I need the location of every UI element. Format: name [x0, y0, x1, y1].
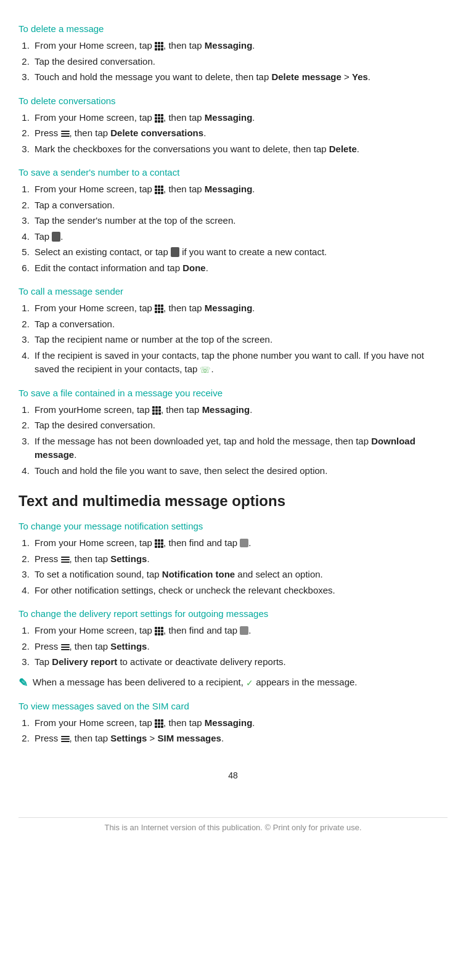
page-content: To delete a message From your Home scree…	[18, 23, 448, 832]
apps-icon	[155, 114, 163, 123]
step-2: Press , then tap Settings.	[32, 552, 448, 566]
apps-icon	[155, 186, 163, 194]
contact-icon	[52, 232, 60, 242]
section-notification-settings: To change your message notification sett…	[18, 521, 448, 597]
notice-delivery: ✎ When a message has been delivered to a…	[18, 676, 448, 690]
steps-delivery: From your Home screen, tap , then find a…	[32, 624, 448, 669]
steps-delete-conversations: From your Home screen, tap , then tap Me…	[32, 111, 448, 157]
steps-save-file: From yourHome screen, tap , then tap Mes…	[32, 403, 448, 478]
contact-icon-2	[171, 247, 179, 257]
section-save-file: To save a file contained in a message yo…	[18, 388, 448, 478]
footer-note: This is an Internet version of this publ…	[18, 817, 448, 832]
section-save-sender: To save a sender's number to a contact F…	[18, 167, 448, 275]
section-heading-save-file: To save a file contained in a message yo…	[18, 388, 448, 398]
section-delivery-report: To change the delivery report settings f…	[18, 608, 448, 690]
step-4: Tap .	[32, 230, 448, 244]
step-2: Press , then tap Settings > SIM messages…	[32, 732, 448, 746]
apps-icon	[155, 304, 163, 313]
step-3: Touch and hold the message you want to d…	[32, 70, 448, 84]
msg-app-icon	[240, 539, 248, 547]
step-1: From your Home screen, tap , then find a…	[32, 624, 448, 638]
step-1: From yourHome screen, tap , then tap Mes…	[32, 403, 448, 417]
section-sim-messages: To view messages saved on the SIM card F…	[18, 701, 448, 746]
menu-icon	[61, 131, 70, 137]
apps-icon	[152, 406, 161, 415]
step-2: Press , then tap Delete conversations.	[32, 126, 448, 141]
steps-call-sender: From your Home screen, tap , then tap Me…	[32, 301, 448, 377]
step-1: From your Home screen, tap , then tap Me…	[32, 716, 448, 730]
step-1: From your Home screen, tap , then tap Me…	[32, 301, 448, 316]
checkmark-icon: ✓	[246, 677, 253, 687]
step-3: Tap the sender's number at the top of th…	[32, 214, 448, 228]
section-delete-message: To delete a message From your Home scree…	[18, 23, 448, 84]
step-6: Edit the contact information and tap Don…	[32, 261, 448, 276]
step-1: From your Home screen, tap , then tap Me…	[32, 182, 448, 197]
apps-icon	[155, 719, 163, 728]
notice-icon: ✎	[18, 676, 28, 690]
step-3: Tap Delivery report to activate or deact…	[32, 655, 448, 669]
step-4: If the recipient is saved in your contac…	[32, 349, 448, 377]
step-3: To set a notification sound, tap Notific…	[32, 568, 448, 582]
page-number: 48	[18, 770, 448, 780]
step-3: Mark the checkboxes for the conversation…	[32, 142, 448, 157]
menu-icon-2	[61, 644, 70, 650]
step-2: Press , then tap Settings.	[32, 640, 448, 654]
step-2: Tap the desired conversation.	[32, 419, 448, 433]
apps-icon	[155, 627, 163, 635]
section-heading-notification: To change your message notification sett…	[18, 521, 448, 531]
section-call-sender: To call a message sender From your Home …	[18, 286, 448, 377]
step-1: From your Home screen, tap , then tap Me…	[32, 111, 448, 125]
steps-save-sender: From your Home screen, tap , then tap Me…	[32, 182, 448, 275]
step-1: From your Home screen, tap , then tap Me…	[32, 39, 448, 53]
section-heading-save-sender: To save a sender's number to a contact	[18, 167, 448, 178]
phone-icon: ☏	[200, 365, 211, 375]
step-4: Touch and hold the file you want to save…	[32, 464, 448, 478]
section-heading-delivery: To change the delivery report settings f…	[18, 608, 448, 619]
step-2: Tap the desired conversation.	[32, 55, 448, 69]
section-delete-conversations: To delete conversations From your Home s…	[18, 96, 448, 157]
step-5: Select an existing contact, or tap if yo…	[32, 245, 448, 259]
step-3: Tap the recipient name or number at the …	[32, 333, 448, 347]
apps-icon	[155, 539, 163, 548]
step-3: If the message has not been downloaded y…	[32, 435, 448, 462]
step-1: From your Home screen, tap , then find a…	[32, 536, 448, 550]
section-heading-delete-message: To delete a message	[18, 23, 448, 34]
step-2: Tap a conversation.	[32, 198, 448, 213]
menu-icon	[61, 557, 70, 563]
notice-text-delivery: When a message has been delivered to a r…	[33, 676, 357, 690]
section-heading-sim: To view messages saved on the SIM card	[18, 701, 448, 711]
steps-sim: From your Home screen, tap , then tap Me…	[32, 716, 448, 746]
step-2: Tap a conversation.	[32, 317, 448, 332]
section-heading-call-sender: To call a message sender	[18, 286, 448, 296]
menu-icon-3	[61, 736, 70, 742]
step-4: For other notification settings, check o…	[32, 584, 448, 598]
msg-app-icon-2	[240, 626, 248, 635]
apps-icon	[155, 42, 163, 51]
messaging-bold: Messaging	[205, 40, 253, 51]
section-heading-delete-conversations: To delete conversations	[18, 96, 448, 106]
big-heading-multimedia: Text and multimedia message options	[18, 492, 448, 510]
steps-notification: From your Home screen, tap , then find a…	[32, 536, 448, 597]
steps-delete-message: From your Home screen, tap , then tap Me…	[32, 39, 448, 84]
